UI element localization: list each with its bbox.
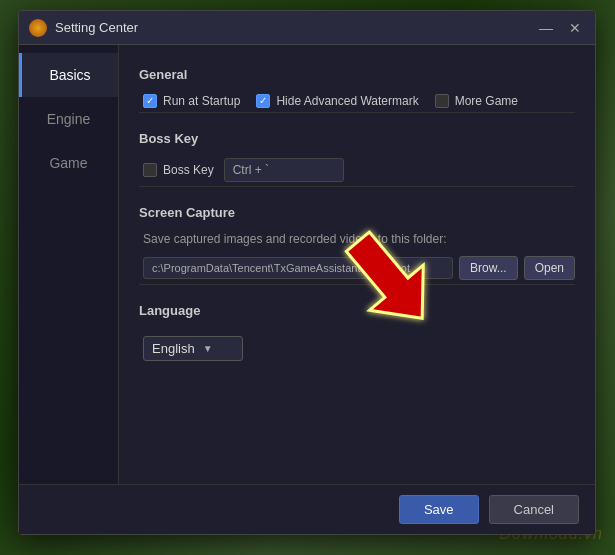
titlebar: Setting Center — ✕ [19, 11, 595, 45]
divider-3 [139, 284, 575, 285]
boss-key-checkbox[interactable] [143, 163, 157, 177]
sidebar-item-engine[interactable]: Engine [19, 97, 118, 141]
dialog-footer: Save Cancel [19, 484, 595, 534]
dropdown-arrow-icon: ▼ [203, 343, 213, 354]
app-icon [29, 19, 47, 37]
more-game-checkbox[interactable] [435, 94, 449, 108]
screen-capture-section-title: Screen Capture [139, 205, 575, 220]
general-options: ✓ Run at Startup ✓ Hide Advanced Waterma… [143, 94, 575, 108]
language-select[interactable]: English ▼ [143, 336, 243, 361]
close-button[interactable]: ✕ [565, 21, 585, 35]
check-icon: ✓ [146, 96, 154, 106]
sidebar-item-game[interactable]: Game [19, 141, 118, 185]
save-button[interactable]: Save [399, 495, 479, 524]
dialog-content: Basics Engine Game General ✓ Run at Star… [19, 45, 595, 484]
more-game-label: More Game [455, 94, 518, 108]
language-value: English [152, 341, 195, 356]
run-at-startup-checkbox[interactable]: ✓ [143, 94, 157, 108]
hide-watermark-checkbox[interactable]: ✓ [256, 94, 270, 108]
boss-key-checkbox-label[interactable]: Boss Key [143, 163, 214, 177]
path-row: c:\ProgramData\Tencent\TxGameAssistant\S… [143, 256, 575, 280]
run-at-startup-option[interactable]: ✓ Run at Startup [143, 94, 240, 108]
check-icon: ✓ [259, 96, 267, 106]
hide-watermark-label: Hide Advanced Watermark [276, 94, 418, 108]
more-game-option[interactable]: More Game [435, 94, 518, 108]
general-section-title: General [139, 67, 575, 82]
minimize-button[interactable]: — [535, 21, 557, 35]
boss-key-section-title: Boss Key [139, 131, 575, 146]
divider-1 [139, 112, 575, 113]
hide-watermark-option[interactable]: ✓ Hide Advanced Watermark [256, 94, 418, 108]
sidebar: Basics Engine Game [19, 45, 119, 484]
sidebar-item-basics[interactable]: Basics [19, 53, 118, 97]
window-title: Setting Center [55, 20, 535, 35]
open-button[interactable]: Open [524, 256, 575, 280]
boss-key-shortcut-input[interactable] [224, 158, 344, 182]
path-display: c:\ProgramData\Tencent\TxGameAssistant\S… [143, 257, 453, 279]
titlebar-controls: — ✕ [535, 21, 585, 35]
main-panel: General ✓ Run at Startup ✓ Hide Advanced… [119, 45, 595, 484]
browse-button[interactable]: Brow... [459, 256, 518, 280]
boss-key-label: Boss Key [163, 163, 214, 177]
screen-capture-description: Save captured images and recorded videos… [143, 232, 575, 246]
divider-2 [139, 186, 575, 187]
boss-key-row: Boss Key [143, 158, 575, 182]
run-at-startup-label: Run at Startup [163, 94, 240, 108]
language-section-title: Language [139, 303, 575, 318]
cancel-button[interactable]: Cancel [489, 495, 579, 524]
dialog-window: Setting Center — ✕ Basics Engine Game Ge… [18, 10, 596, 535]
